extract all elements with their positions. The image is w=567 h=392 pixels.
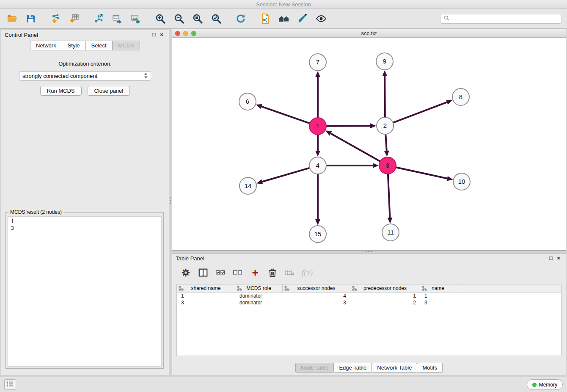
tab-style[interactable]: Style xyxy=(62,41,86,50)
run-mcds-button[interactable]: Run MCDS xyxy=(40,86,82,96)
table-cell[interactable]: 1 xyxy=(177,293,235,299)
graph-edge-3-1[interactable] xyxy=(330,133,380,161)
table-cell[interactable]: 3 xyxy=(283,299,350,306)
add-column-button[interactable]: + xyxy=(249,267,261,279)
export-image-button[interactable] xyxy=(129,11,143,26)
node-label: 15 xyxy=(314,230,322,237)
zoom-fit-button[interactable] xyxy=(190,11,205,26)
graph-edge-arrowhead xyxy=(315,71,320,77)
close-panel-button[interactable]: Close panel xyxy=(88,86,130,96)
graph-edge-2-3[interactable] xyxy=(385,134,386,151)
network-from-document-button[interactable] xyxy=(258,11,272,26)
search-input[interactable] xyxy=(452,16,558,22)
graph-edge-1-6[interactable] xyxy=(261,107,310,124)
open-file-button[interactable] xyxy=(5,11,19,26)
tab-network-table[interactable]: Network Table xyxy=(372,363,417,373)
float-table-panel-icon[interactable]: □ xyxy=(547,254,555,262)
zoom-in-button[interactable] xyxy=(153,11,168,26)
apply-function-button: f(x) xyxy=(301,267,313,279)
minimize-window-icon[interactable]: − xyxy=(183,31,188,36)
graph-node-7[interactable]: 7 xyxy=(309,54,326,71)
task-history-button[interactable] xyxy=(4,379,16,390)
graph-node-11[interactable]: 11 xyxy=(382,224,399,241)
home-view-button[interactable] xyxy=(277,11,291,26)
export-table-icon xyxy=(112,13,123,24)
tab-network[interactable]: Network xyxy=(30,41,62,50)
style-edit-button[interactable] xyxy=(295,11,310,26)
table-cell[interactable]: dominator xyxy=(235,293,283,299)
optimization-criterion-select[interactable]: strongly connected component xyxy=(19,71,151,81)
table-cell[interactable]: 1 xyxy=(420,293,456,299)
close-table-panel-icon[interactable]: × xyxy=(555,254,562,262)
save-session-button[interactable] xyxy=(24,11,38,26)
table-row[interactable]: 3dominator323 xyxy=(177,299,561,306)
mcds-result-group: MCDS result (2 nodes) 13 xyxy=(6,212,164,369)
tab-node-table[interactable]: Node Table xyxy=(295,363,334,373)
toolbar-group xyxy=(153,11,223,26)
import-network-icon xyxy=(50,13,61,24)
table-settings-button[interactable] xyxy=(180,267,192,279)
close-window-icon[interactable]: × xyxy=(175,31,180,36)
node-label: 14 xyxy=(245,182,252,189)
graph-node-9[interactable]: 9 xyxy=(376,53,393,70)
close-panel-icon[interactable]: × xyxy=(158,31,165,39)
graph-edge-arrowhead xyxy=(370,123,376,128)
graph-node-8[interactable]: 8 xyxy=(452,88,469,105)
graph-edge-2-9[interactable] xyxy=(385,76,385,117)
graph-node-1[interactable]: 1 xyxy=(309,118,326,135)
graph-node-4[interactable]: 4 xyxy=(309,157,326,174)
node-label: 2 xyxy=(383,122,387,129)
zoom-selected-button[interactable] xyxy=(209,11,223,26)
export-network-button[interactable] xyxy=(91,11,106,26)
table-cell[interactable]: dominator xyxy=(235,299,283,306)
column-header-successor-nodes[interactable]: successor nodes xyxy=(283,284,350,292)
graph-edge-1-2[interactable] xyxy=(326,126,370,126)
table-row[interactable]: 1dominator411 xyxy=(177,293,561,299)
unselect-all-columns-button[interactable] xyxy=(232,267,244,279)
graph-edge-2-8[interactable] xyxy=(393,102,447,122)
search-box[interactable] xyxy=(440,14,562,24)
apply-layout-button[interactable] xyxy=(234,11,248,26)
traffic-lights: × − + xyxy=(175,31,196,36)
show-columns-button[interactable] xyxy=(197,267,209,279)
network-window: × − + scc.txt 7968124314101511 xyxy=(172,29,566,251)
column-header-shared-name[interactable]: shared name xyxy=(177,284,235,292)
delete-column-button[interactable] xyxy=(267,267,278,279)
graph-node-2[interactable]: 2 xyxy=(377,117,394,134)
tab-motifs[interactable]: Motifs xyxy=(417,363,443,373)
table-cell[interactable]: 3 xyxy=(177,299,235,306)
memory-status-dot xyxy=(532,383,537,387)
table-cell[interactable]: 4 xyxy=(283,293,350,299)
graph-node-3[interactable]: 3 xyxy=(379,157,396,174)
import-network-button[interactable] xyxy=(48,11,63,26)
import-table-button[interactable] xyxy=(67,11,81,26)
chevron-up-down-icon xyxy=(144,72,148,80)
zoom-out-button[interactable] xyxy=(172,11,186,26)
select-all-columns-button[interactable] xyxy=(215,267,226,279)
table-cell[interactable]: 1 xyxy=(350,293,420,299)
column-header-name[interactable]: name xyxy=(420,284,456,292)
tab-edge-table[interactable]: Edge Table xyxy=(333,363,372,373)
zoom-out-icon xyxy=(173,13,184,24)
table-body: 1dominator4113dominator323 xyxy=(177,293,561,306)
table-cell[interactable]: 2 xyxy=(350,299,420,306)
graph-edge-4-14[interactable] xyxy=(262,168,310,182)
graph-node-15[interactable]: 15 xyxy=(309,226,326,243)
graph-edge-3-11[interactable] xyxy=(388,174,390,218)
export-table-button[interactable] xyxy=(110,11,124,26)
graph-edge-3-10[interactable] xyxy=(396,167,447,178)
network-canvas[interactable]: 7968124314101511 xyxy=(172,38,566,250)
column-header-MCDS-role[interactable]: MCDS role xyxy=(235,284,283,292)
tab-mcds[interactable]: MCDS xyxy=(112,41,140,50)
float-panel-icon[interactable]: □ xyxy=(150,31,158,39)
table-cell[interactable]: 3 xyxy=(420,299,456,306)
graph-node-14[interactable]: 14 xyxy=(239,177,256,194)
show-details-icon xyxy=(316,13,327,24)
show-details-button[interactable] xyxy=(314,11,328,26)
graph-node-6[interactable]: 6 xyxy=(239,93,256,110)
zoom-window-icon[interactable]: + xyxy=(191,31,196,36)
column-header-predecessor-nodes[interactable]: predecessor nodes xyxy=(350,284,420,292)
memory-button[interactable]: Memory xyxy=(527,379,563,390)
graph-node-10[interactable]: 10 xyxy=(453,173,470,190)
tab-select[interactable]: Select xyxy=(85,41,113,50)
